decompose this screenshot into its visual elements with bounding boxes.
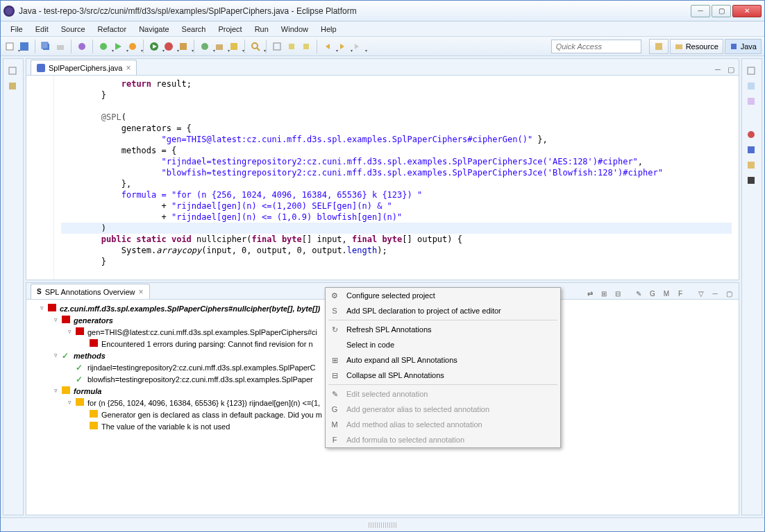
up-button[interactable] bbox=[351, 40, 363, 53]
menu-window[interactable]: Window bbox=[276, 23, 314, 35]
editor-pane: SplPaperCiphers.java × ─ ▢ return result… bbox=[26, 58, 739, 280]
save-button[interactable] bbox=[18, 40, 31, 53]
menu-item-icon: M bbox=[328, 418, 341, 431]
outline-icon[interactable] bbox=[746, 96, 757, 108]
tree-label: generators bbox=[74, 316, 113, 325]
view-menu-icon[interactable]: ▽ bbox=[696, 288, 707, 299]
context-menu-item[interactable]: SAdd SPL declaration to project of activ… bbox=[326, 303, 560, 318]
svg-rect-1 bbox=[20, 42, 28, 51]
save-all-button[interactable] bbox=[40, 40, 52, 53]
external-button[interactable] bbox=[177, 40, 190, 53]
tree-twisty[interactable] bbox=[79, 422, 87, 431]
tree-twisty[interactable] bbox=[65, 363, 74, 372]
context-menu-item: FAdd formula to selected annotation bbox=[326, 432, 560, 447]
minimize-view-icon[interactable]: ─ bbox=[709, 288, 721, 299]
restore-icon[interactable] bbox=[8, 66, 19, 77]
problems-icon[interactable] bbox=[746, 130, 757, 141]
expand-all-icon[interactable]: ⊞ bbox=[598, 288, 610, 299]
build-button[interactable] bbox=[76, 40, 88, 53]
menu-edit[interactable]: Edit bbox=[30, 23, 54, 35]
context-menu-item[interactable]: ↻Refresh SPL Annotations bbox=[326, 322, 560, 337]
new-class-button[interactable] bbox=[199, 40, 211, 53]
link-icon[interactable]: ⇄ bbox=[585, 288, 596, 299]
coverage-button[interactable] bbox=[126, 40, 139, 53]
minimize-button[interactable]: ─ bbox=[691, 5, 710, 17]
menu-file[interactable]: File bbox=[5, 23, 28, 35]
debug-last-button[interactable] bbox=[162, 40, 175, 53]
run-last-button[interactable] bbox=[148, 40, 160, 53]
debug-button[interactable] bbox=[97, 40, 110, 53]
tree-twisty[interactable]: ▿ bbox=[51, 387, 60, 395]
maximize-editor-icon[interactable]: ▢ bbox=[728, 65, 737, 75]
tree-label: for (n {256, 1024, 4096, 16384, 65536} k… bbox=[87, 399, 320, 407]
console-icon[interactable] bbox=[746, 175, 757, 187]
tree-twisty[interactable]: ▿ bbox=[65, 328, 74, 336]
search-button[interactable] bbox=[249, 40, 262, 53]
tree-label: Encountered 1 errors during parsing: Can… bbox=[101, 340, 313, 348]
tree-twisty[interactable]: ▿ bbox=[51, 352, 60, 360]
minimize-editor-icon[interactable]: ─ bbox=[715, 65, 725, 75]
close-button[interactable]: ✕ bbox=[732, 5, 762, 17]
tree-twisty[interactable]: ▿ bbox=[65, 399, 74, 407]
forward-button[interactable] bbox=[336, 40, 348, 53]
restore-right-icon[interactable] bbox=[746, 66, 757, 77]
menu-item-icon: F bbox=[328, 434, 341, 446]
menu-help[interactable]: Help bbox=[315, 23, 342, 35]
new-package-button[interactable] bbox=[213, 40, 226, 53]
perspective-resource[interactable]: Resource bbox=[670, 39, 723, 54]
javadoc-icon[interactable] bbox=[746, 145, 757, 156]
close-tab-icon[interactable]: × bbox=[126, 63, 131, 73]
menu-run[interactable]: Run bbox=[249, 23, 274, 35]
g-icon[interactable]: G bbox=[647, 288, 658, 299]
annotation-button-2[interactable] bbox=[300, 40, 312, 53]
collapse-all-icon[interactable]: ⊟ bbox=[612, 288, 623, 299]
back-button[interactable] bbox=[321, 40, 334, 53]
context-menu-item[interactable]: ⊟Collapse all SPL Annotations bbox=[326, 368, 560, 383]
warn-icon bbox=[90, 422, 99, 431]
declaration-icon[interactable] bbox=[746, 160, 757, 171]
menu-search[interactable]: Search bbox=[176, 23, 212, 35]
toggle-button[interactable] bbox=[271, 40, 283, 53]
context-menu-item[interactable]: ⊞Auto expand all SPL Annotations bbox=[326, 352, 560, 368]
annotation-button[interactable] bbox=[285, 40, 298, 53]
maximize-view-icon[interactable]: ▢ bbox=[723, 288, 734, 299]
f-icon[interactable]: F bbox=[675, 288, 686, 299]
open-perspective-button[interactable] bbox=[649, 39, 669, 54]
menu-item-label: Add SPL declaration to project of active… bbox=[346, 307, 501, 315]
perspective-java[interactable]: Java bbox=[725, 39, 762, 54]
quick-access-input[interactable] bbox=[551, 40, 641, 53]
tree-label: cz.cuni.mff.d3s.spl.examples.SplPaperCip… bbox=[60, 304, 320, 313]
spl-view-tab[interactable]: S SPL Annotations Overview × bbox=[31, 284, 150, 299]
ok-icon: ✓ bbox=[76, 375, 85, 384]
tree-twisty[interactable]: ▿ bbox=[37, 304, 46, 313]
close-view-icon[interactable]: × bbox=[139, 287, 144, 297]
tree-twisty[interactable] bbox=[79, 340, 87, 348]
tree-twisty[interactable] bbox=[65, 375, 74, 384]
print-button[interactable] bbox=[54, 40, 67, 53]
package-explorer-icon[interactable] bbox=[8, 81, 19, 92]
context-menu-item[interactable]: Select in code bbox=[326, 337, 560, 352]
context-menu-item[interactable]: ⚙Configure selected project bbox=[326, 288, 560, 303]
m-icon[interactable]: M bbox=[661, 288, 672, 299]
left-dock bbox=[3, 58, 24, 515]
svg-rect-3 bbox=[42, 42, 48, 49]
edit-icon[interactable]: ✎ bbox=[633, 288, 644, 299]
new-button[interactable] bbox=[3, 40, 16, 53]
code-editor[interactable]: return result; } @SPL( generators = { "g… bbox=[26, 76, 739, 280]
menu-navigate[interactable]: Navigate bbox=[133, 23, 174, 35]
tree-twisty[interactable]: ▿ bbox=[51, 316, 60, 325]
menu-source[interactable]: Source bbox=[56, 23, 91, 35]
open-type-button[interactable] bbox=[228, 40, 240, 53]
menu-refactor[interactable]: Refactor bbox=[92, 23, 133, 35]
editor-tab[interactable]: SplPaperCiphers.java × bbox=[31, 60, 137, 75]
menu-project[interactable]: Project bbox=[212, 23, 247, 35]
run-button[interactable] bbox=[112, 40, 124, 53]
maximize-button[interactable]: ▢ bbox=[712, 5, 731, 17]
menu-item-label: Collapse all SPL Annotations bbox=[346, 371, 444, 379]
tree-twisty[interactable] bbox=[79, 411, 87, 419]
editor-tab-label: SplPaperCiphers.java bbox=[49, 64, 122, 72]
svg-rect-35 bbox=[748, 177, 755, 184]
task-list-icon[interactable] bbox=[746, 81, 757, 92]
svg-line-17 bbox=[257, 48, 260, 51]
menu-item-icon: ⚙ bbox=[328, 289, 341, 302]
